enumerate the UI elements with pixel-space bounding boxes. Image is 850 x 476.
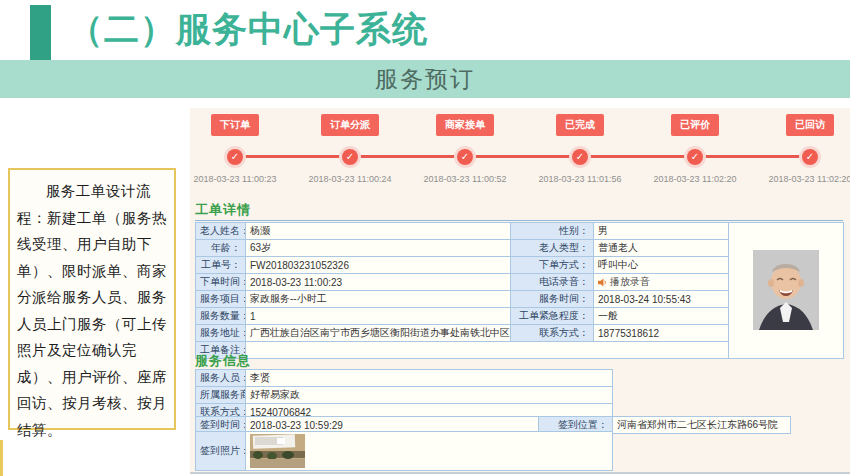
field-value: 家政服务--小时工: [246, 291, 511, 308]
order-status-timeline: 下订单 ✓ 2018-03-23 11:00:23 订单分派 ✓ 2018-03…: [190, 108, 850, 196]
slide: （二）服务中心子系统 服务预订 服务工单设计流程：新建工单（服务热线受理、用户自…: [0, 0, 850, 476]
field-value: 杨灏: [246, 223, 511, 240]
timeline-step-1: 下订单 ✓ 2018-03-23 11:00:23: [180, 114, 290, 184]
field-value: 呼叫中心: [594, 257, 729, 274]
work-order-section-title: 工单详情: [195, 202, 251, 217]
field-value: 河南省郑州市二七区长江东路66号院: [613, 417, 791, 434]
timeline-step-6: 已回访 ✓ 2018-03-23 11:02:20: [755, 114, 850, 184]
field-value: 男: [594, 223, 729, 240]
service-info-section-header: 服务信息: [195, 351, 251, 370]
field-label: 服务数量：: [196, 308, 246, 325]
check-icon: ✓: [457, 149, 473, 165]
work-order-table: 老人姓名： 杨灏 性别： 男: [195, 222, 844, 359]
timeline-step-2: 订单分派 ✓ 2018-03-23 11:00:24: [295, 114, 405, 184]
speaker-icon: [598, 278, 607, 287]
check-icon: ✓: [342, 149, 358, 165]
timeline-step-4: 已完成 ✓ 2018-03-23 11:01:56: [525, 114, 635, 184]
field-value: 1: [246, 308, 511, 325]
step-timestamp: 2018-03-23 11:00:23: [194, 174, 277, 184]
elder-photo: [753, 250, 819, 330]
field-value: 李贤: [246, 370, 613, 387]
work-order-section-header: 工单详情: [195, 200, 843, 221]
field-label: 服务人员：: [196, 370, 246, 387]
step-timestamp: 2018-03-23 11:00:52: [424, 174, 507, 184]
banner-title: 服务预订: [375, 64, 475, 95]
timeline-step-5: 已评价 ✓ 2018-03-23 11:02:20: [640, 114, 750, 184]
field-label: 电话录音：: [511, 274, 594, 291]
field-label: 服务时间：: [511, 291, 594, 308]
field-value: 好帮易家政: [246, 387, 613, 404]
table-row: 所属服务商： 好帮易家政: [196, 387, 613, 404]
play-recording-label: 播放录音: [610, 275, 650, 289]
check-icon: ✓: [687, 149, 703, 165]
checkin-photo[interactable]: [250, 434, 305, 468]
check-icon: ✓: [572, 149, 588, 165]
play-recording-link[interactable]: 播放录音: [598, 275, 650, 289]
field-label: 服务项目：: [196, 291, 246, 308]
service-info-section-title: 服务信息: [195, 353, 251, 368]
field-value: FW201803231052326: [246, 257, 511, 274]
field-label: 服务地址：: [196, 325, 246, 342]
step-timestamp: 2018-03-23 11:02:20: [654, 174, 737, 184]
table-row: 服务人员： 李贤: [196, 370, 613, 387]
field-label: 老人姓名：: [196, 223, 246, 240]
step-timestamp: 2018-03-23 11:01:56: [539, 174, 622, 184]
field-value: 普通老人: [594, 240, 729, 257]
field-label: 老人类型：: [511, 240, 594, 257]
check-icon: ✓: [227, 149, 243, 165]
field-label: 工单号：: [196, 257, 246, 274]
page-title: （二）服务中心子系统: [68, 6, 428, 53]
process-note-text: 服务工单设计流程：新建工单（服务热线受理、用户自助下单）、限时派单、商家分派给服…: [17, 178, 167, 443]
field-value: 2018-03-24 10:55:43: [594, 291, 729, 308]
table-row: 签到照片：: [196, 432, 613, 471]
field-label: 年龄：: [196, 240, 246, 257]
process-note-box: 服务工单设计流程：新建工单（服务热线受理、用户自助下单）、限时派单、商家分派给服…: [8, 168, 176, 430]
checkin-photo-table: 签到照片：: [195, 431, 613, 471]
field-label: 下单时间：: [196, 274, 246, 291]
field-value: 一般: [594, 308, 729, 325]
field-label: 性别：: [511, 223, 594, 240]
elder-photo-cell: [729, 223, 844, 359]
field-value: 63岁: [246, 240, 511, 257]
step-timestamp: 2018-03-23 11:00:24: [309, 174, 392, 184]
step-revisited-button[interactable]: 已回访: [786, 114, 834, 136]
field-label: 联系方式：: [511, 325, 594, 342]
step-dispatch-button[interactable]: 订单分派: [321, 114, 379, 136]
field-label: 工单紧急程度：: [511, 308, 594, 325]
table-row: 老人姓名： 杨灏 性别： 男: [196, 223, 844, 240]
field-value: 2018-03-23 11:00:23: [246, 274, 511, 291]
order-detail-panel: 下订单 ✓ 2018-03-23 11:00:23 订单分派 ✓ 2018-03…: [190, 108, 850, 474]
field-value: 广西壮族自治区南宁市西乡塘区衡阳街道办事处南铁北中区社区居委会: [246, 325, 511, 342]
check-icon: ✓: [802, 149, 818, 165]
field-label: 下单方式：: [511, 257, 594, 274]
field-label: 所属服务商：: [196, 387, 246, 404]
timeline-step-3: 商家接单 ✓ 2018-03-23 11:00:52: [410, 114, 520, 184]
step-merchant-accept-button[interactable]: 商家接单: [436, 114, 494, 136]
banner: 服务预订: [0, 60, 850, 98]
title-accent-bar: [30, 5, 51, 63]
step-completed-button[interactable]: 已完成: [556, 114, 604, 136]
step-rated-button[interactable]: 已评价: [671, 114, 719, 136]
field-label: 签到照片：: [196, 432, 246, 471]
service-info-table: 服务人员： 李贤 所属服务商： 好帮易家政 联系方式： 15240706842: [195, 369, 613, 421]
field-value: [246, 342, 729, 359]
step-place-order-button[interactable]: 下订单: [211, 114, 259, 136]
field-value: 18775318612: [594, 325, 729, 342]
yellow-edge-accent: [0, 440, 3, 476]
step-timestamp: 2018-03-23 11:02:20: [769, 174, 850, 184]
